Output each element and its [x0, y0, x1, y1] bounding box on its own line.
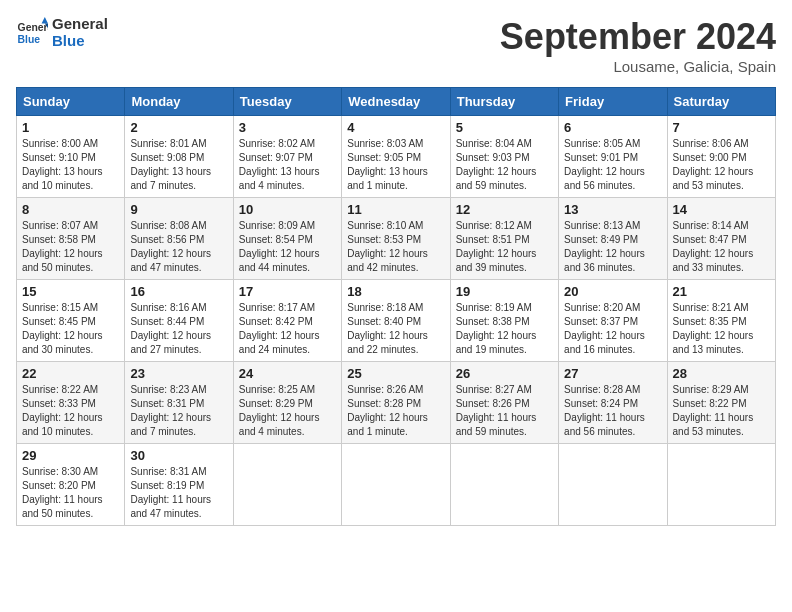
calendar-day-cell: 3Sunrise: 8:02 AMSunset: 9:07 PMDaylight…: [233, 116, 341, 198]
calendar-day-cell: 8Sunrise: 8:07 AMSunset: 8:58 PMDaylight…: [17, 198, 125, 280]
calendar-day-cell: 20Sunrise: 8:20 AMSunset: 8:37 PMDayligh…: [559, 280, 667, 362]
calendar-day-cell: 19Sunrise: 8:19 AMSunset: 8:38 PMDayligh…: [450, 280, 558, 362]
calendar-day-cell: 7Sunrise: 8:06 AMSunset: 9:00 PMDaylight…: [667, 116, 775, 198]
day-number: 8: [22, 202, 119, 217]
day-info: Sunrise: 8:04 AMSunset: 9:03 PMDaylight:…: [456, 137, 553, 193]
day-info: Sunrise: 8:20 AMSunset: 8:37 PMDaylight:…: [564, 301, 661, 357]
day-info: Sunrise: 8:05 AMSunset: 9:01 PMDaylight:…: [564, 137, 661, 193]
calendar-day-cell: 5Sunrise: 8:04 AMSunset: 9:03 PMDaylight…: [450, 116, 558, 198]
day-info: Sunrise: 8:16 AMSunset: 8:44 PMDaylight:…: [130, 301, 227, 357]
day-number: 22: [22, 366, 119, 381]
day-number: 1: [22, 120, 119, 135]
logo-icon: General Blue: [16, 17, 48, 49]
calendar-day-cell: 26Sunrise: 8:27 AMSunset: 8:26 PMDayligh…: [450, 362, 558, 444]
day-number: 25: [347, 366, 444, 381]
day-info: Sunrise: 8:02 AMSunset: 9:07 PMDaylight:…: [239, 137, 336, 193]
svg-text:General: General: [18, 22, 48, 33]
day-info: Sunrise: 8:17 AMSunset: 8:42 PMDaylight:…: [239, 301, 336, 357]
calendar-day-cell: 13Sunrise: 8:13 AMSunset: 8:49 PMDayligh…: [559, 198, 667, 280]
calendar-header-row: SundayMondayTuesdayWednesdayThursdayFrid…: [17, 88, 776, 116]
day-number: 27: [564, 366, 661, 381]
day-number: 13: [564, 202, 661, 217]
day-number: 20: [564, 284, 661, 299]
day-number: 23: [130, 366, 227, 381]
day-number: 6: [564, 120, 661, 135]
header-thursday: Thursday: [450, 88, 558, 116]
day-number: 15: [22, 284, 119, 299]
calendar-day-cell: 1Sunrise: 8:00 AMSunset: 9:10 PMDaylight…: [17, 116, 125, 198]
calendar-day-cell: 10Sunrise: 8:09 AMSunset: 8:54 PMDayligh…: [233, 198, 341, 280]
svg-marker-2: [42, 17, 48, 23]
calendar-day-cell: [450, 444, 558, 526]
day-info: Sunrise: 8:25 AMSunset: 8:29 PMDaylight:…: [239, 383, 336, 439]
day-info: Sunrise: 8:28 AMSunset: 8:24 PMDaylight:…: [564, 383, 661, 439]
day-number: 17: [239, 284, 336, 299]
calendar-day-cell: [667, 444, 775, 526]
day-info: Sunrise: 8:23 AMSunset: 8:31 PMDaylight:…: [130, 383, 227, 439]
calendar-week-row: 8Sunrise: 8:07 AMSunset: 8:58 PMDaylight…: [17, 198, 776, 280]
calendar-day-cell: 21Sunrise: 8:21 AMSunset: 8:35 PMDayligh…: [667, 280, 775, 362]
day-info: Sunrise: 8:27 AMSunset: 8:26 PMDaylight:…: [456, 383, 553, 439]
calendar-day-cell: 24Sunrise: 8:25 AMSunset: 8:29 PMDayligh…: [233, 362, 341, 444]
day-info: Sunrise: 8:13 AMSunset: 8:49 PMDaylight:…: [564, 219, 661, 275]
day-number: 24: [239, 366, 336, 381]
day-number: 7: [673, 120, 770, 135]
day-number: 12: [456, 202, 553, 217]
calendar-day-cell: 9Sunrise: 8:08 AMSunset: 8:56 PMDaylight…: [125, 198, 233, 280]
calendar-week-row: 1Sunrise: 8:00 AMSunset: 9:10 PMDaylight…: [17, 116, 776, 198]
day-info: Sunrise: 8:30 AMSunset: 8:20 PMDaylight:…: [22, 465, 119, 521]
location: Lousame, Galicia, Spain: [500, 58, 776, 75]
day-number: 9: [130, 202, 227, 217]
day-number: 3: [239, 120, 336, 135]
day-info: Sunrise: 8:08 AMSunset: 8:56 PMDaylight:…: [130, 219, 227, 275]
day-number: 4: [347, 120, 444, 135]
day-info: Sunrise: 8:14 AMSunset: 8:47 PMDaylight:…: [673, 219, 770, 275]
calendar-day-cell: 25Sunrise: 8:26 AMSunset: 8:28 PMDayligh…: [342, 362, 450, 444]
calendar-day-cell: 23Sunrise: 8:23 AMSunset: 8:31 PMDayligh…: [125, 362, 233, 444]
header-monday: Monday: [125, 88, 233, 116]
calendar-day-cell: 14Sunrise: 8:14 AMSunset: 8:47 PMDayligh…: [667, 198, 775, 280]
day-info: Sunrise: 8:03 AMSunset: 9:05 PMDaylight:…: [347, 137, 444, 193]
day-number: 18: [347, 284, 444, 299]
calendar-week-row: 22Sunrise: 8:22 AMSunset: 8:33 PMDayligh…: [17, 362, 776, 444]
svg-text:Blue: Blue: [18, 33, 41, 44]
day-number: 16: [130, 284, 227, 299]
day-number: 5: [456, 120, 553, 135]
header-tuesday: Tuesday: [233, 88, 341, 116]
day-number: 26: [456, 366, 553, 381]
calendar-week-row: 15Sunrise: 8:15 AMSunset: 8:45 PMDayligh…: [17, 280, 776, 362]
calendar-day-cell: [342, 444, 450, 526]
calendar-table: SundayMondayTuesdayWednesdayThursdayFrid…: [16, 87, 776, 526]
day-info: Sunrise: 8:10 AMSunset: 8:53 PMDaylight:…: [347, 219, 444, 275]
header-wednesday: Wednesday: [342, 88, 450, 116]
logo-general: General: [52, 16, 108, 33]
calendar-day-cell: [233, 444, 341, 526]
day-number: 10: [239, 202, 336, 217]
day-number: 2: [130, 120, 227, 135]
day-info: Sunrise: 8:12 AMSunset: 8:51 PMDaylight:…: [456, 219, 553, 275]
day-number: 14: [673, 202, 770, 217]
day-info: Sunrise: 8:07 AMSunset: 8:58 PMDaylight:…: [22, 219, 119, 275]
calendar-day-cell: 12Sunrise: 8:12 AMSunset: 8:51 PMDayligh…: [450, 198, 558, 280]
calendar-day-cell: 17Sunrise: 8:17 AMSunset: 8:42 PMDayligh…: [233, 280, 341, 362]
calendar-day-cell: 30Sunrise: 8:31 AMSunset: 8:19 PMDayligh…: [125, 444, 233, 526]
day-info: Sunrise: 8:21 AMSunset: 8:35 PMDaylight:…: [673, 301, 770, 357]
page-header: General Blue General Blue September 2024…: [16, 16, 776, 75]
day-info: Sunrise: 8:15 AMSunset: 8:45 PMDaylight:…: [22, 301, 119, 357]
day-number: 30: [130, 448, 227, 463]
header-friday: Friday: [559, 88, 667, 116]
calendar-day-cell: 18Sunrise: 8:18 AMSunset: 8:40 PMDayligh…: [342, 280, 450, 362]
month-title: September 2024: [500, 16, 776, 58]
calendar-day-cell: 16Sunrise: 8:16 AMSunset: 8:44 PMDayligh…: [125, 280, 233, 362]
day-info: Sunrise: 8:06 AMSunset: 9:00 PMDaylight:…: [673, 137, 770, 193]
day-number: 11: [347, 202, 444, 217]
day-info: Sunrise: 8:01 AMSunset: 9:08 PMDaylight:…: [130, 137, 227, 193]
calendar-day-cell: 28Sunrise: 8:29 AMSunset: 8:22 PMDayligh…: [667, 362, 775, 444]
day-info: Sunrise: 8:29 AMSunset: 8:22 PMDaylight:…: [673, 383, 770, 439]
header-saturday: Saturday: [667, 88, 775, 116]
calendar-day-cell: [559, 444, 667, 526]
day-info: Sunrise: 8:00 AMSunset: 9:10 PMDaylight:…: [22, 137, 119, 193]
header-sunday: Sunday: [17, 88, 125, 116]
calendar-day-cell: 22Sunrise: 8:22 AMSunset: 8:33 PMDayligh…: [17, 362, 125, 444]
logo: General Blue General Blue: [16, 16, 108, 49]
